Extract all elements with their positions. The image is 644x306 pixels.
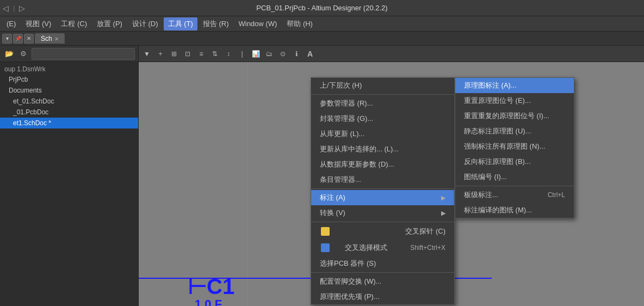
- ann-item-sheet-num[interactable]: 图纸编号 (I)...: [455, 169, 574, 185]
- panel-item-pcbdoc[interactable]: _01.PcbDoc: [0, 107, 138, 118]
- canvas-filter-btn[interactable]: ▼: [141, 48, 153, 60]
- ann-item-compiled[interactable]: 标注编译的图纸 (M)...: [455, 203, 574, 218]
- cap-symbol: ⊢C1: [188, 276, 234, 297]
- cross-select-icon: [320, 242, 331, 253]
- tools-item-layers[interactable]: 上/下层次 (H): [311, 78, 454, 93]
- canvas-t11-btn[interactable]: A: [304, 48, 316, 60]
- forward-icon[interactable]: ▷: [19, 4, 25, 13]
- circuit-element: ⊢C1 1 0 F: [182, 276, 234, 306]
- tools-item-footprint[interactable]: 封装管理器 (G)...: [311, 111, 454, 126]
- canvas-t8-btn[interactable]: 🗂: [263, 48, 275, 60]
- tools-sep-4: [311, 272, 454, 273]
- canvas-t3-btn[interactable]: ≡: [195, 48, 207, 60]
- menu-view[interactable]: 视图 (V): [21, 17, 55, 30]
- tools-item-update-db[interactable]: 从数据库更新参数 (D)...: [311, 157, 454, 172]
- ann-item-schematic[interactable]: 原理图标注 (A)...: [455, 78, 574, 93]
- menu-project[interactable]: 工程 (C): [57, 17, 91, 30]
- tab-dropdown-btn[interactable]: ▾: [2, 34, 12, 44]
- tools-item-params[interactable]: 参数管理器 (R)...: [311, 96, 454, 111]
- menu-help[interactable]: 帮助 (H): [282, 17, 317, 30]
- panel-item-schdoc1[interactable]: et_01.SchDoc: [0, 96, 138, 107]
- cross-select-shortcut: Shift+Ctrl+X: [410, 244, 445, 252]
- menu-window[interactable]: Window (W): [234, 18, 281, 29]
- panel-group-label-workspace: oup 1.DsnWrk: [4, 65, 46, 73]
- ann-item-reset[interactable]: 重置原理图位号 (E)...: [455, 93, 574, 108]
- ann-item-board[interactable]: 板级标注... Ctrl+L: [455, 187, 574, 203]
- convert-arrow: ▶: [441, 210, 445, 217]
- tools-item-annotate[interactable]: 标注 (A) ▶: [311, 190, 454, 205]
- canvas-t10-btn[interactable]: ℹ: [290, 48, 302, 60]
- panel-open-btn[interactable]: 📂: [3, 48, 15, 60]
- menu-design[interactable]: 设计 (D): [128, 17, 163, 30]
- panel-search-input[interactable]: [32, 48, 135, 60]
- tab-close-btn[interactable]: ✕: [24, 34, 34, 44]
- menu-bar: (E) 视图 (V) 工程 (C) 放置 (P) 设计 (D) 工具 (T) 报…: [0, 16, 644, 32]
- left-panel: 📂 ⚙ oup 1.DsnWrk PrjPcb Documents et_01.…: [0, 46, 139, 306]
- guide-line-v1: [247, 62, 248, 306]
- divider: |: [13, 4, 15, 13]
- canvas-area: ▼ + ⊞ ⊡ ≡ ⇅ ↕ | 📊 🗂 ⊙ ℹ A ⊢C1 1 0 F: [139, 46, 644, 306]
- canvas-t7-btn[interactable]: 📊: [250, 48, 262, 60]
- tools-item-select-pcb[interactable]: 选择PCB 器件 (S): [311, 256, 454, 271]
- canvas-t9-btn[interactable]: ⊙: [277, 48, 289, 60]
- toolbar-left: ◁ | ▷: [3, 4, 25, 13]
- main-layout: 📂 ⚙ oup 1.DsnWrk PrjPcb Documents et_01.…: [0, 46, 644, 306]
- panel-group-workspace: oup 1.DsnWrk: [0, 64, 138, 74]
- tab-sch[interactable]: Sch ✕: [35, 33, 65, 44]
- panel-item-prjpcb[interactable]: PrjPcb: [0, 74, 138, 85]
- panel-item-schdoc2[interactable]: et1.SchDoc *: [0, 118, 138, 128]
- panel-settings-btn[interactable]: ⚙: [17, 48, 29, 60]
- panel-item-documents[interactable]: Documents: [0, 85, 138, 96]
- tools-item-items[interactable]: 条目管理器...: [311, 172, 454, 187]
- menu-report[interactable]: 报告 (R): [199, 17, 233, 30]
- tools-item-pin-swap[interactable]: 配置管脚交换 (W)...: [311, 274, 454, 289]
- tools-sep-3: [311, 222, 454, 222]
- tools-dropdown: 上/下层次 (H) 参数管理器 (R)... 封装管理器 (G)... 从库更新…: [311, 77, 455, 305]
- tools-item-update-selected[interactable]: 更新从库中选择的... (L)...: [311, 142, 454, 157]
- tab-bar: ▾ 📌 ✕ Sch ✕: [0, 32, 644, 46]
- canvas-add-btn[interactable]: +: [154, 48, 166, 60]
- menu-tools[interactable]: 工具 (T): [164, 17, 197, 30]
- panel-content: oup 1.DsnWrk PrjPcb Documents et_01.SchD…: [0, 62, 138, 306]
- cap-value: 1 0 F: [195, 297, 222, 306]
- tab-sch-close[interactable]: ✕: [54, 36, 59, 42]
- ann-item-back[interactable]: 反向标注原理图 (B)...: [455, 154, 574, 169]
- canvas-toolbar: ▼ + ⊞ ⊡ ≡ ⇅ ↕ | 📊 🗂 ⊙ ℹ A: [139, 46, 644, 62]
- tools-item-cross-select[interactable]: 交叉选择模式 Shift+Ctrl+X: [311, 240, 454, 256]
- tools-item-update-lib[interactable]: 从库更新 (L)...: [311, 126, 454, 142]
- panel-toolbar: 📂 ⚙: [0, 46, 138, 62]
- ann-item-reset-dup[interactable]: 重置重复的原理图位号 (I)...: [455, 108, 574, 124]
- capacitor-symbol: ⊢C1 1 0 F: [182, 276, 234, 306]
- canvas-t1-btn[interactable]: ⊞: [168, 48, 180, 60]
- menu-edit[interactable]: (E): [2, 18, 20, 29]
- canvas-t4-btn[interactable]: ⇅: [209, 48, 221, 60]
- tools-item-cross-probe[interactable]: 交叉探针 (C): [311, 223, 454, 240]
- canvas-t2-btn[interactable]: ⊡: [182, 48, 194, 60]
- tools-item-convert[interactable]: 转换 (V) ▶: [311, 205, 454, 221]
- ann-sep-1: [455, 186, 574, 186]
- window-title: PCB_01.PrjPcb - Altium Designer (20.2.2): [256, 4, 387, 12]
- tab-pin-btn[interactable]: 📌: [13, 34, 23, 44]
- tools-item-sch-prefs[interactable]: 原理图优先项 (P)...: [311, 289, 454, 304]
- tools-sep-1: [311, 94, 454, 95]
- canvas-t6-btn[interactable]: |: [236, 48, 248, 60]
- tab-sch-label: Sch: [41, 35, 52, 42]
- tools-sep-2: [311, 188, 454, 189]
- ann-item-force[interactable]: 强制标注所有原理图 (N)...: [455, 139, 574, 154]
- title-bar: ◁ | ▷ PCB_01.PrjPcb - Altium Designer (2…: [0, 0, 644, 16]
- cross-probe-icon: [320, 226, 331, 237]
- ann-item-static[interactable]: 静态标注原理图 (U)...: [455, 124, 574, 139]
- back-icon[interactable]: ◁: [3, 4, 9, 13]
- menu-place[interactable]: 放置 (P): [92, 17, 127, 30]
- annotate-arrow: ▶: [441, 194, 445, 201]
- ann-board-shortcut: Ctrl+L: [548, 191, 565, 199]
- canvas-t5-btn[interactable]: ↕: [222, 48, 234, 60]
- annotate-dropdown: 原理图标注 (A)... 重置原理图位号 (E)... 重置重复的原理图位号 (…: [455, 77, 574, 218]
